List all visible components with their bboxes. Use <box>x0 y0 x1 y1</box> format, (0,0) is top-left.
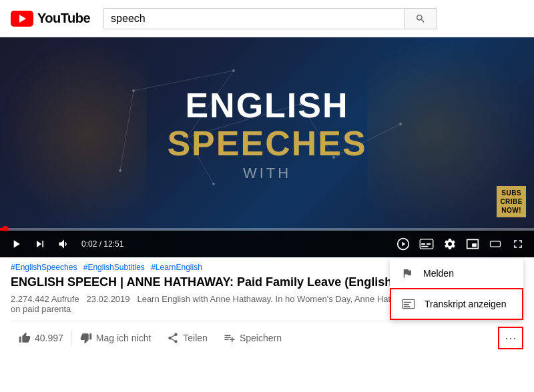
share-icon <box>167 332 179 344</box>
logo-area: YouTube <box>11 11 90 27</box>
video-background: ENGLISH SPEECHES WITH SUBSCRIBENOW! <box>0 37 534 257</box>
svg-rect-18 <box>427 243 431 245</box>
video-title-overlay: ENGLISH SPEECHES WITH <box>0 37 534 231</box>
header: YouTube <box>0 0 534 37</box>
share-button[interactable]: Teilen <box>159 328 216 348</box>
svg-rect-22 <box>404 304 409 305</box>
settings-button[interactable] <box>441 236 459 252</box>
right-controls <box>394 236 527 252</box>
subscribe-badge: SUBSCRIBENOW! <box>497 186 526 217</box>
subtitles-button[interactable] <box>417 237 437 251</box>
search-input[interactable] <box>104 10 404 27</box>
time-display: 0:02 / 12:51 <box>81 239 123 249</box>
search-button[interactable] <box>404 8 437 29</box>
logo-text: YouTube <box>37 11 90 26</box>
views-count: 2.274.442 Aufrufe <box>11 294 79 304</box>
theater-button[interactable] <box>486 236 505 252</box>
settings-icon <box>443 237 457 251</box>
dislike-button[interactable]: Mag ich nicht <box>72 328 159 348</box>
actions-row: 40.997 Mag ich nicht Teilen Speichern ⋯ <box>11 321 523 349</box>
thumbs-up-icon <box>19 332 31 344</box>
three-dots-icon: ⋯ <box>505 331 517 345</box>
svg-rect-17 <box>421 243 425 245</box>
share-label: Teilen <box>183 333 208 343</box>
pip-button[interactable] <box>463 236 482 252</box>
dropdown-transcript-label: Transkript anzeigen <box>425 299 506 309</box>
hashtag-english-subtitles[interactable]: #EnglishSubtitles <box>83 263 145 272</box>
thumbs-down-icon <box>80 332 92 344</box>
skip-next-button[interactable] <box>31 236 49 252</box>
transcript-icon <box>402 297 415 311</box>
miniplayer-button[interactable] <box>394 236 413 252</box>
like-count: 40.997 <box>35 333 63 343</box>
video-overlay-speeches: SPEECHES <box>167 125 366 163</box>
save-button[interactable]: Speichern <box>216 328 290 348</box>
volume-button[interactable] <box>55 236 73 252</box>
dropdown-report-label: Melden <box>423 268 454 279</box>
play-button[interactable] <box>7 236 25 252</box>
pip-icon <box>466 237 479 251</box>
flag-icon <box>400 267 414 280</box>
dislike-label: Mag ich nicht <box>96 333 151 343</box>
hashtag-english-speeches[interactable]: #EnglishSpeeches <box>11 263 77 272</box>
volume-icon <box>57 237 71 251</box>
like-button[interactable]: 40.997 <box>11 328 71 348</box>
search-bar <box>103 8 437 29</box>
dropdown-menu: Melden Transkript anzeigen <box>390 259 523 320</box>
controls-bar: 0:02 / 12:51 <box>0 231 534 257</box>
hashtag-learn-english[interactable]: #LearnEnglish <box>151 263 202 272</box>
save-icon <box>224 332 236 344</box>
circle-play-icon <box>396 237 410 251</box>
video-player[interactable]: ENGLISH SPEECHES WITH SUBSCRIBENOW! <box>0 37 534 257</box>
svg-rect-19 <box>421 246 429 247</box>
svg-rect-23 <box>404 307 411 308</box>
below-video: #EnglishSpeeches #EnglishSubtitles #Lear… <box>0 257 534 349</box>
video-overlay-english: ENGLISH <box>167 87 366 125</box>
dropdown-item-transcript[interactable]: Transkript anzeigen <box>390 288 523 320</box>
skip-next-icon <box>33 237 47 251</box>
save-label: Speichern <box>240 333 282 343</box>
svg-rect-21 <box>404 302 412 303</box>
youtube-logo-icon <box>11 11 33 27</box>
fullscreen-icon <box>511 237 525 251</box>
subtitles-icon <box>419 239 434 249</box>
fullscreen-button[interactable] <box>509 236 527 252</box>
dropdown-item-report[interactable]: Melden <box>390 259 523 288</box>
search-icon <box>415 13 426 24</box>
play-icon <box>9 237 23 251</box>
publish-date: 23.02.2019 <box>87 294 130 304</box>
more-options-button[interactable]: ⋯ <box>498 327 523 349</box>
video-overlay-with: WITH <box>167 165 366 181</box>
theater-icon <box>489 237 502 251</box>
